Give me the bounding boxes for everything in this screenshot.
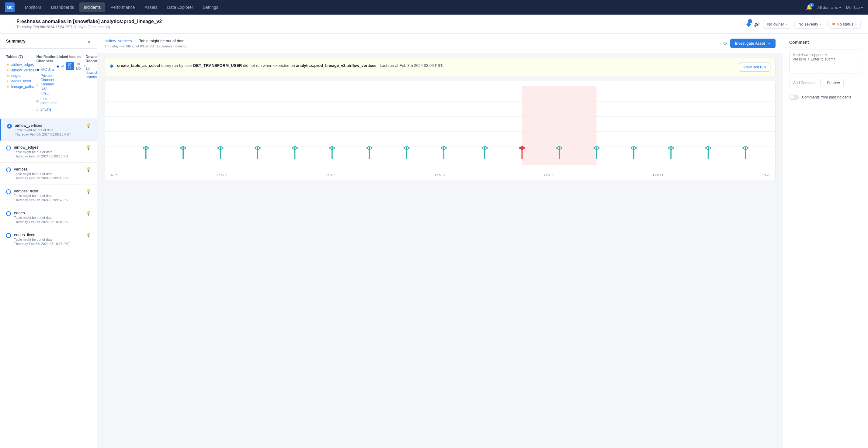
list-item[interactable]: ★airflow_vertices xyxy=(6,67,36,73)
diamond-btn-wrapper[interactable]: ◆ 1 xyxy=(746,20,751,28)
table-item-content: vertices Table might be out of date Thur… xyxy=(14,167,83,180)
domain-selector[interactable]: All domains ▾ xyxy=(817,5,841,10)
table-item[interactable]: vertices Table might be out of date Thur… xyxy=(0,163,97,185)
table-item-status: Table might be out of date xyxy=(14,172,83,176)
preview-button[interactable]: Preview xyxy=(823,79,844,87)
top-nav: MC Monitors Dashboards Incidents Perform… xyxy=(0,0,868,14)
owner-label: No owner xyxy=(767,22,784,27)
status-dropdown[interactable]: No status ▾ xyxy=(829,20,861,29)
radio-empty-icon xyxy=(6,146,11,151)
bulb-icon[interactable]: 💡 xyxy=(86,167,91,172)
table-item-date: Thursday Feb 8th 2024 03:09:38 PST xyxy=(14,176,83,180)
bulb-icon[interactable]: 💡 xyxy=(86,211,91,216)
table-item-name: edges_fixed xyxy=(14,232,83,237)
incident-description: Table might be out of date xyxy=(139,39,185,43)
speaker-icon[interactable]: 🔊 xyxy=(754,21,760,27)
incident-table-link[interactable]: airflow_vertices xyxy=(104,39,132,43)
summary-grid: Tables (7) ★airflow_edges ★airflow_verti… xyxy=(0,49,97,119)
notification-bell[interactable]: 🔔 1 xyxy=(806,4,813,11)
channel-slack-1[interactable]: # Private Channel Kamaev Ivan (my_... xyxy=(36,73,57,96)
star-icon: ★ xyxy=(6,79,9,83)
incident-detail-header: airflow_vertices - Table might be out of… xyxy=(97,34,783,53)
table-item-actions: 💡 xyxy=(86,232,91,237)
downstream-link[interactable]: 16 downstream reports xyxy=(86,66,97,79)
table-item-content: vertices_fixed Table might be out of dat… xyxy=(14,189,83,202)
table-item-actions: 💡 xyxy=(86,211,91,216)
alert-text-1: query run by user xyxy=(161,63,193,68)
tables-header: Tables (7) xyxy=(6,55,36,59)
comment-sidebar: Comment Add Comment Preview Comments fro… xyxy=(783,34,868,448)
linked-issues-column: Linked Issues ◆ ⊙ ST-83 To Do ↗ xyxy=(57,55,86,113)
radio-active-icon xyxy=(7,124,12,129)
channel-slack-3[interactable]: # private xyxy=(36,106,57,113)
star-icon: ★ xyxy=(6,85,9,89)
issue-status: To Do xyxy=(76,62,81,70)
nav-dashboards[interactable]: Dashboards xyxy=(47,2,79,12)
table-item-name: edges xyxy=(14,211,83,215)
alert-user: DBT_TRANSFORM_USER xyxy=(193,63,242,68)
collapse-button[interactable]: ▲ xyxy=(87,39,91,43)
status-chevron-icon: ▾ xyxy=(855,23,857,26)
table-name: airflow_vertices xyxy=(11,68,36,72)
nav-performance[interactable]: Performance xyxy=(106,2,139,12)
list-item[interactable]: ★airflow_edges xyxy=(6,62,36,67)
user-selector[interactable]: Mei Tao ▾ xyxy=(846,5,863,10)
table-item-content: airflow_edges Table might be out of date… xyxy=(14,145,83,158)
app-logo[interactable]: MC xyxy=(5,2,14,12)
bulb-icon[interactable]: 💡 xyxy=(86,189,91,194)
nav-assets[interactable]: Assets xyxy=(140,2,161,12)
page-header-left: ← Freshness anomalies in [snowflake] ana… xyxy=(7,19,162,29)
alert-text-3: . Last run at Feb 8th 2024 03:09 PST. xyxy=(377,63,443,68)
channel-slack-2[interactable]: # mcd-alerts-dev xyxy=(36,96,57,106)
owner-chevron-icon: ▾ xyxy=(786,23,787,26)
nav-incidents[interactable]: Incidents xyxy=(80,2,105,12)
past-incidents-row: Comments from past incidents xyxy=(789,95,862,100)
title-block: Freshness anomalies in [snowflake] analy… xyxy=(17,19,162,29)
downstream-column: Downstream Reports 16 downstream reports xyxy=(86,55,97,113)
share-icon[interactable]: ↗ xyxy=(83,64,86,68)
comment-actions: Add Comment Preview xyxy=(789,79,862,87)
table-item-status: Table might be out of date xyxy=(15,128,83,132)
table-item[interactable]: vertices_fixed Table might be out of dat… xyxy=(0,185,97,206)
nav-settings[interactable]: Settings xyxy=(198,2,223,12)
list-item[interactable]: ★lineage_paths xyxy=(6,84,36,89)
x-label: Feb 07 xyxy=(435,173,445,177)
severity-dropdown[interactable]: No severity ▾ xyxy=(795,20,826,29)
table-item-name: vertices xyxy=(14,167,83,171)
channel-jira[interactable]: ◆ MC Jira xyxy=(36,66,57,73)
bulb-icon[interactable]: 💡 xyxy=(86,123,91,128)
jira-icon: ◆ xyxy=(57,64,59,68)
alert-text: create_table_as_select query run by user… xyxy=(117,63,443,69)
nav-data-explorer[interactable]: Data Explorer xyxy=(163,2,197,12)
list-item[interactable]: ★edges_fixed xyxy=(6,78,36,84)
bulb-icon[interactable]: 💡 xyxy=(86,145,91,150)
back-button[interactable]: ← xyxy=(7,21,13,27)
add-comment-button[interactable]: Add Comment xyxy=(789,79,820,87)
table-item-actions: 💡 xyxy=(86,167,91,172)
nav-monitors[interactable]: Monitors xyxy=(21,2,45,12)
page-header-right: ◆ 1 🔊 No owner ▾ No severity ▾ No status… xyxy=(746,20,861,29)
issue-id[interactable]: ST-83 xyxy=(66,62,74,70)
table-item[interactable]: edges Table might be out of date Thursda… xyxy=(0,206,97,228)
alert-query: create_table_as_select xyxy=(117,63,160,68)
bulb-icon[interactable]: 💡 xyxy=(86,232,91,237)
chart-area: 02:39 Feb 03 Feb 05 Feb 07 Feb 09 Feb 11… xyxy=(104,81,776,181)
list-item[interactable]: ★edges xyxy=(6,73,36,78)
channel-name: Private Channel Kamaev Ivan (my_... xyxy=(40,73,57,95)
owner-dropdown[interactable]: No owner ▾ xyxy=(763,20,792,29)
investigate-asset-button[interactable]: Investigate Asset → xyxy=(730,39,776,48)
domain-chevron-icon: ▾ xyxy=(839,5,841,10)
main-right: airflow_vertices - Table might be out of… xyxy=(97,34,868,448)
table-item-date: Thursday Feb 8th 2024 03:10:23 PST xyxy=(14,242,83,246)
table-item-date: Thursday Feb 8th 2024 03:09:52 PST xyxy=(14,198,83,202)
channels-header: Notification Channels xyxy=(36,55,57,63)
past-incidents-toggle[interactable] xyxy=(789,95,799,100)
title-separator: - xyxy=(135,39,137,43)
filter-icon[interactable]: ⚙ xyxy=(723,40,727,46)
table-item[interactable]: edges_fixed Table might be out of date T… xyxy=(0,228,97,250)
table-item[interactable]: airflow_vertices Table might be out of d… xyxy=(0,119,97,141)
table-item[interactable]: airflow_edges Table might be out of date… xyxy=(0,141,97,163)
table-name: lineage_paths xyxy=(11,85,34,89)
comment-textarea[interactable] xyxy=(789,50,862,74)
view-last-run-button[interactable]: View last run xyxy=(739,63,770,71)
